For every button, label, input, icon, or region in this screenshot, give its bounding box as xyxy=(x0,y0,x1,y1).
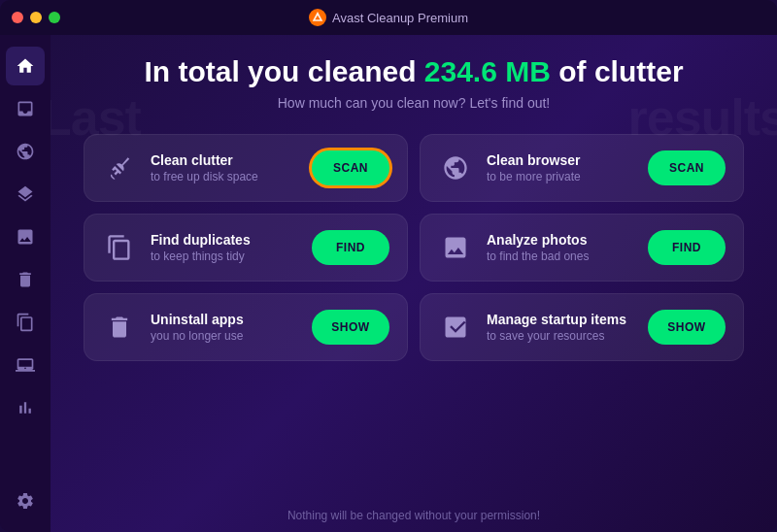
globe-icon xyxy=(16,142,35,161)
analyze-photos-icon xyxy=(438,230,473,265)
main-content: Last results In total you cleaned 234.6 … xyxy=(51,35,777,532)
clean-clutter-scan-button[interactable]: SCAN xyxy=(312,150,389,185)
analyze-photos-subtitle: to find the bad ones xyxy=(487,249,634,263)
manage-startup-icon xyxy=(438,310,473,345)
clean-clutter-text: Clean clutter to free up disk space xyxy=(151,152,298,183)
inbox-icon xyxy=(16,99,35,118)
sidebar-item-monitor[interactable] xyxy=(6,346,45,384)
monitor-icon xyxy=(16,355,35,375)
footer: Nothing will be changed without your per… xyxy=(287,499,540,522)
uninstall-apps-title: Uninstall apps xyxy=(151,312,298,327)
clean-browser-icon xyxy=(438,150,473,185)
avast-logo-icon xyxy=(309,9,326,26)
manage-startup-title: Manage startup items xyxy=(487,312,634,327)
card-clean-clutter: Clean clutter to free up disk space SCAN xyxy=(84,134,408,202)
clean-browser-subtitle: to be more private xyxy=(487,170,634,183)
duplicate-icon xyxy=(106,234,133,261)
clean-browser-text: Clean browser to be more private xyxy=(487,152,634,183)
header-end-text: of clutter xyxy=(551,55,684,87)
sidebar xyxy=(0,35,51,532)
maximize-button[interactable] xyxy=(49,12,60,23)
card-uninstall-apps: Uninstall apps you no longer use SHOW xyxy=(84,293,408,361)
sidebar-item-settings[interactable] xyxy=(6,482,45,520)
analyze-photos-title: Analyze photos xyxy=(487,232,634,248)
clean-clutter-title: Clean clutter xyxy=(151,152,298,168)
sidebar-item-photos[interactable] xyxy=(6,217,45,256)
settings-icon xyxy=(16,491,35,511)
sidebar-item-copy[interactable] xyxy=(6,303,45,342)
analyze-photos-text: Analyze photos to find the bad ones xyxy=(487,232,634,263)
uninstall-apps-button[interactable]: SHOW xyxy=(312,310,389,345)
cards-grid: Clean clutter to free up disk space SCAN… xyxy=(84,134,744,361)
sidebar-item-home[interactable] xyxy=(6,47,45,85)
uninstall-apps-text: Uninstall apps you no longer use xyxy=(151,312,298,343)
find-duplicates-text: Find duplicates to keep things tidy xyxy=(151,232,298,263)
uninstall-apps-icon xyxy=(102,310,137,345)
bar-chart-icon xyxy=(16,398,35,417)
clean-clutter-icon xyxy=(102,150,137,185)
sidebar-item-layers[interactable] xyxy=(6,175,45,214)
broom-icon xyxy=(106,154,133,182)
clean-browser-scan-button[interactable]: SCAN xyxy=(648,150,726,185)
startup-icon xyxy=(442,314,469,341)
titlebar: Avast Cleanup Premium xyxy=(0,0,777,35)
header-main-text: In total you cleaned xyxy=(144,55,423,87)
close-button[interactable] xyxy=(12,12,23,23)
card-find-duplicates: Find duplicates to keep things tidy FIND xyxy=(84,214,408,282)
globe2-icon xyxy=(442,154,469,182)
find-duplicates-subtitle: to keep things tidy xyxy=(151,249,298,263)
clean-browser-title: Clean browser xyxy=(487,152,634,168)
find-duplicates-icon xyxy=(102,230,137,265)
titlebar-title: Avast Cleanup Premium xyxy=(309,9,468,26)
manage-startup-text: Manage startup items to save your resour… xyxy=(487,312,634,343)
app-window: Avast Cleanup Premium xyxy=(0,0,777,532)
find-duplicates-button[interactable]: FIND xyxy=(312,230,389,265)
photo-icon xyxy=(442,234,469,261)
copy-icon xyxy=(16,313,35,332)
window-controls xyxy=(12,12,60,23)
card-manage-startup: Manage startup items to save your resour… xyxy=(420,293,744,361)
header: In total you cleaned 234.6 MB of clutter… xyxy=(144,54,683,111)
sidebar-item-trash[interactable] xyxy=(6,260,45,299)
titlebar-label: Avast Cleanup Premium xyxy=(332,11,468,25)
sidebar-item-stats[interactable] xyxy=(6,388,45,427)
minimize-button[interactable] xyxy=(30,12,42,23)
footer-text: Nothing will be changed without your per… xyxy=(287,509,540,522)
header-highlight: 234.6 MB xyxy=(424,55,551,87)
uninstall-apps-subtitle: you no longer use xyxy=(151,329,298,343)
layers-icon xyxy=(16,184,35,204)
analyze-photos-button[interactable]: FIND xyxy=(648,230,726,265)
main-layout: Last results In total you cleaned 234.6 … xyxy=(0,35,777,532)
manage-startup-button[interactable]: SHOW xyxy=(648,310,726,345)
clean-clutter-subtitle: to free up disk space xyxy=(151,170,298,183)
sidebar-item-inbox[interactable] xyxy=(6,89,45,128)
card-analyze-photos: Analyze photos to find the bad ones FIND xyxy=(420,214,744,282)
card-clean-browser: Clean browser to be more private SCAN xyxy=(420,134,744,202)
manage-startup-subtitle: to save your resources xyxy=(487,329,634,343)
uninstall-icon xyxy=(106,314,133,341)
image-icon xyxy=(16,227,35,247)
sidebar-item-globe[interactable] xyxy=(6,132,45,171)
header-subtitle: How much can you clean now? Let's find o… xyxy=(144,95,683,111)
header-title: In total you cleaned 234.6 MB of clutter xyxy=(144,54,683,89)
home-icon xyxy=(16,56,35,76)
find-duplicates-title: Find duplicates xyxy=(151,232,298,248)
trash-icon xyxy=(16,270,35,289)
